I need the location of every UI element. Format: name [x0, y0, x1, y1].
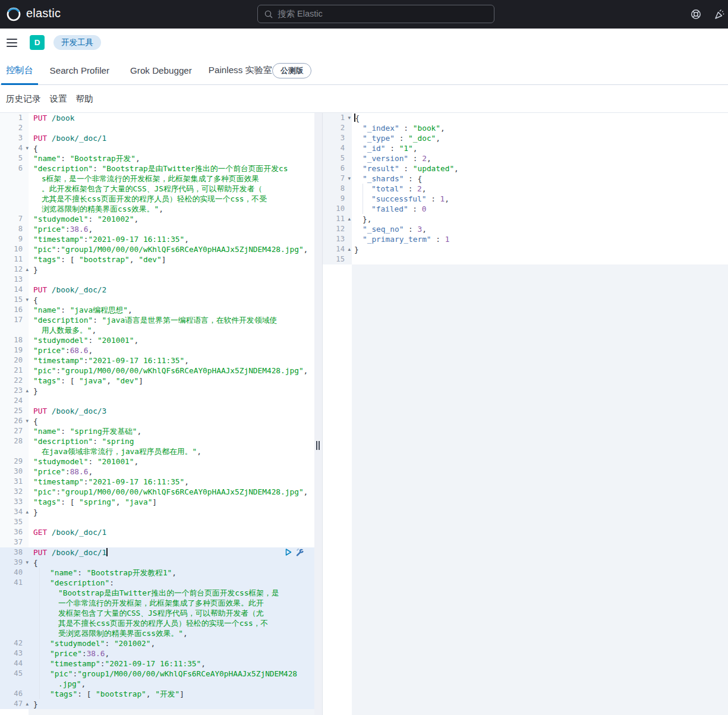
space-avatar[interactable]: D [30, 35, 45, 50]
send-request-icon[interactable] [284, 548, 292, 556]
menu-item-2[interactable]: 帮助 [76, 93, 93, 105]
editor-empty-area [29, 709, 314, 715]
menu-item-0[interactable]: 历史记录 [6, 93, 40, 105]
code-row: 23▴} [0, 386, 314, 396]
search-icon [264, 10, 273, 18]
code-row: s框架，是一个非常流行的开发框架，此框架集成了多种页面效果 [0, 174, 314, 184]
code-row: 27"name": "spring开发基础", [0, 426, 314, 436]
fold-close-icon[interactable]: ▴ [348, 244, 351, 254]
code-row: 44"timestamp":"2021-09-17 16:11:35", [0, 659, 314, 669]
code-row: 在java领域非常流行，java程序员都在用。", [0, 446, 314, 456]
search-placeholder: 搜索 Elastic [278, 8, 323, 20]
pane-resizer[interactable] [314, 113, 323, 715]
code-row: 其是不擅长css页面开发的程序人员）轻松的实现一个css，不 [0, 618, 314, 628]
code-row: 6"description": "Bootstrap是由Twitter推出的一个… [0, 163, 314, 174]
code-row: 8"price":38.6, [0, 224, 314, 234]
code-row: 21"pic":"group1/M00/00/00/wKhlQFs6RCeAY0… [0, 366, 314, 376]
code-row: .jpg", [0, 679, 314, 689]
code-row: 18"studymodel": "201001", [0, 335, 314, 345]
code-row: 12▴} [0, 264, 314, 275]
code-row: 14PUT /book/_doc/2 [0, 285, 314, 295]
code-row: 9"successful" : 1, [323, 194, 728, 204]
code-row: 20"timestamp":"2021-09-17 16:11:35", [0, 355, 314, 366]
code-row: 发框架包含了大量的CSS、JS程序代码，可以帮助开发者（尤 [0, 608, 314, 618]
code-row: 1PUT /book [0, 113, 314, 123]
code-row: 4▾{ [0, 143, 314, 153]
code-row: 19"price":68.6, [0, 345, 314, 355]
code-row: 38PUT /book/_doc/1 [0, 547, 314, 557]
tabs-bar: 控制台Search ProfilerGrok DebuggerPainless … [0, 56, 728, 85]
code-row: 33"tags": [ "spring", "java"] [0, 497, 314, 507]
code-row: 34▴} [0, 507, 314, 517]
code-row: 30"price":88.6, [0, 467, 314, 477]
beta-badge: 公测版 [272, 63, 311, 78]
code-row: "Bootstrap是由Twitter推出的一个前台页面开发css框架，是 [0, 588, 314, 598]
code-row: 36GET /book/_doc/1 [0, 527, 314, 537]
tab-grok-debugger[interactable]: Grok Debugger [130, 56, 192, 85]
global-search-input[interactable]: 搜索 Elastic [257, 5, 494, 23]
code-row: 2"_index" : "book", [323, 123, 728, 133]
code-row: 6"result" : "updated", [323, 163, 728, 174]
code-row: 37 [0, 537, 314, 547]
tab-painless-实验室[interactable]: Painless 实验室 [209, 56, 272, 85]
code-row: 尤其是不擅长css页面开发的程序人员）轻松的实现一个css，不受 [0, 194, 314, 204]
code-row: 17"description": "java语言是世界第一编程语言，在软件开发领… [0, 315, 314, 325]
resizer-handle-icon[interactable] [316, 441, 321, 450]
menu-item-1[interactable]: 设置 [49, 93, 67, 105]
code-row: 1▾{ [323, 113, 728, 123]
code-row: 8"total" : 2, [323, 184, 728, 194]
code-row: 浏览器限制的精美界面css效果。", [0, 204, 314, 214]
console-output-editor[interactable]: 1▾{2"_index" : "book",3"_type" : "_doc",… [323, 113, 728, 715]
tab-console[interactable]: 控制台 [6, 56, 33, 85]
code-row: 29"studymodel": "201001", [0, 456, 314, 467]
code-row: 24 [0, 396, 314, 406]
code-row: 42"studymodel": "201002", [0, 638, 314, 648]
code-row: 10"failed" : 0 [323, 204, 728, 214]
code-row: 13 [0, 275, 314, 285]
code-row: 43"price":38.6, [0, 648, 314, 659]
fold-close-icon[interactable]: ▴ [348, 214, 351, 224]
code-row: 13"_primary_term" : 1 [323, 234, 728, 244]
code-row: 26▾{ [0, 416, 314, 426]
code-row: 32"pic":"group1/M00/00/00/wKhlQFs6RCeAY0… [0, 487, 314, 497]
code-row: 3"_type" : "_doc", [323, 133, 728, 143]
console-toolbar: 历史记录设置帮助 200 - OK 21 ms [0, 85, 728, 113]
fold-open-icon[interactable]: ▾ [348, 174, 351, 184]
code-row: 46"tags": [ "bootstrap", "开发"] [0, 689, 314, 699]
breadcrumb[interactable]: 开发工具 [53, 35, 101, 50]
code-row: 。此开发框架包含了大量的CSS、JS程序代码，可以帮助开发者（ [0, 184, 314, 194]
elastic-logo-icon[interactable] [6, 7, 21, 22]
console-input-editor[interactable]: 1PUT /book23PUT /book/_doc/14▾{5"name": … [0, 113, 314, 715]
code-row: 15 [323, 254, 728, 264]
tab-search-profiler[interactable]: Search Profiler [50, 56, 109, 85]
code-row: 4"_id" : "1", [323, 143, 728, 153]
code-row: 47▴} [0, 699, 314, 709]
code-row: 9"timestamp":"2021-09-17 16:11:35", [0, 234, 314, 244]
code-row: 16"name": "java编程思想", [0, 305, 314, 315]
code-row: 11▴}, [323, 214, 728, 224]
code-row: 15▾{ [0, 295, 314, 305]
code-row: 22"tags": [ "java", "dev"] [0, 376, 314, 386]
code-row: 45"pic":"group1/M00/00/00/wKhlQFs6RCeAY0… [0, 669, 314, 679]
code-row: 31"timestamp":"2021-09-17 16:11:35", [0, 477, 314, 487]
help-icon[interactable] [691, 9, 701, 20]
code-row: 40"name": "Bootstrap开发教程1", [0, 568, 314, 578]
code-row: 5"name": "Bootstrap开发", [0, 153, 314, 163]
code-row: 11"tags": [ "bootstrap", "dev"] [0, 254, 314, 264]
code-row: 7"studymodel": "201002", [0, 214, 314, 224]
code-row: 10"pic":"group1/M00/00/00/wKhlQFs6RCeAY0… [0, 244, 314, 254]
wrench-icon[interactable] [295, 548, 304, 556]
fold-open-icon[interactable]: ▾ [348, 113, 351, 123]
code-row: 7▾"_shards" : { [323, 174, 728, 184]
code-row: 用人数最多。", [0, 325, 314, 335]
navbar: D 开发工具 [0, 29, 728, 56]
menu-icon[interactable] [7, 39, 17, 48]
code-row: 39▾{ [0, 557, 314, 568]
editor-empty-area [352, 264, 728, 715]
code-row: 41"description": [0, 578, 314, 588]
code-row: 25PUT /book/_doc/3 [0, 406, 314, 416]
code-row: 5"_version" : 2, [323, 153, 728, 163]
code-row: 35 [0, 517, 314, 527]
newsfeed-icon[interactable] [714, 9, 725, 20]
brand-title[interactable]: elastic [26, 7, 61, 20]
